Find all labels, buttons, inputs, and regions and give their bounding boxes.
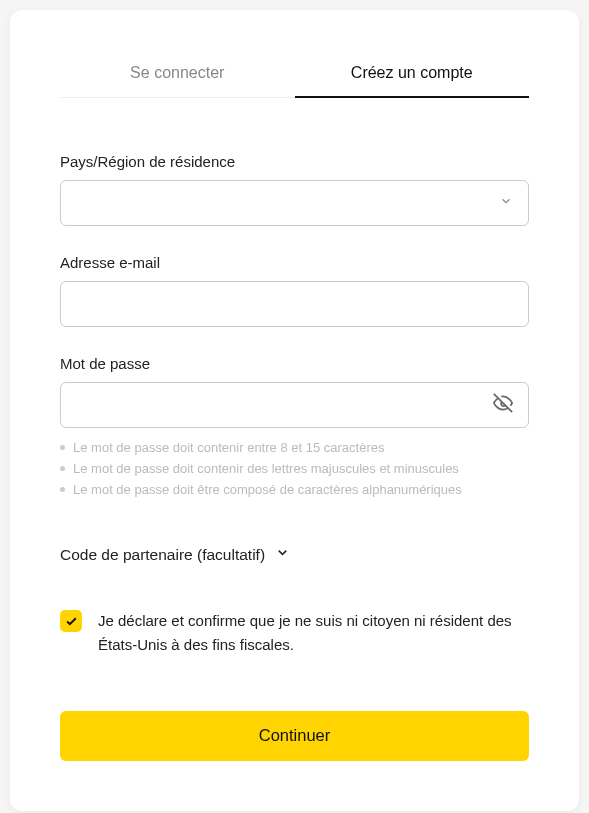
auth-tabs: Se connecter Créez un compte [60, 50, 529, 98]
tab-login[interactable]: Se connecter [60, 50, 295, 98]
password-hint: Le mot de passe doit contenir des lettre… [60, 459, 529, 480]
country-field-group: Pays/Région de résidence [60, 153, 529, 226]
email-field-group: Adresse e-mail [60, 254, 529, 327]
password-hint: Le mot de passe doit être composé de car… [60, 480, 529, 501]
country-select[interactable] [60, 180, 529, 226]
password-label: Mot de passe [60, 355, 529, 372]
password-field-group: Mot de passe Le mot de passe doit conten… [60, 355, 529, 500]
eye-off-icon[interactable] [493, 393, 513, 417]
declaration-row: Je déclare et confirme que je ne suis ni… [60, 609, 529, 656]
country-select-wrap [60, 180, 529, 226]
password-hint: Le mot de passe doit contenir entre 8 et… [60, 438, 529, 459]
declaration-checkbox[interactable] [60, 610, 82, 632]
signup-card: Se connecter Créez un compte Pays/Région… [10, 10, 579, 811]
tab-signup[interactable]: Créez un compte [295, 50, 530, 98]
email-label: Adresse e-mail [60, 254, 529, 271]
partner-code-label: Code de partenaire (facultatif) [60, 546, 265, 564]
password-input[interactable] [60, 382, 529, 428]
continue-button[interactable]: Continuer [60, 711, 529, 761]
chevron-down-icon [275, 545, 290, 564]
country-label: Pays/Région de résidence [60, 153, 529, 170]
partner-code-toggle[interactable]: Code de partenaire (facultatif) [60, 545, 529, 564]
password-hints: Le mot de passe doit contenir entre 8 et… [60, 438, 529, 500]
declaration-text: Je déclare et confirme que je ne suis ni… [98, 609, 529, 656]
email-input[interactable] [60, 281, 529, 327]
